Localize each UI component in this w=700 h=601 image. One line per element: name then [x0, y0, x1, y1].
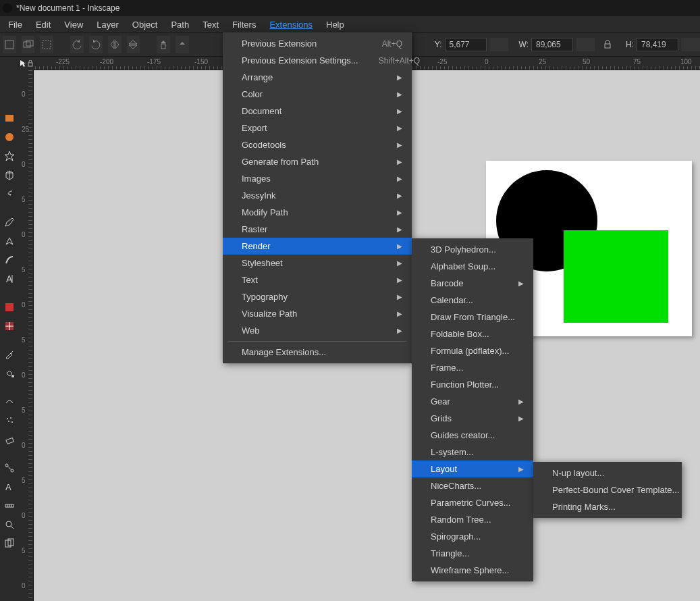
- ext-item-color[interactable]: Color▶: [223, 86, 412, 103]
- h-spinner[interactable]: [681, 38, 700, 51]
- raise-icon[interactable]: [176, 36, 189, 53]
- y-spinner[interactable]: [489, 38, 508, 51]
- w-input[interactable]: [531, 38, 573, 51]
- tool-text-icon[interactable]: A: [2, 271, 17, 286]
- tool-calligraphy-icon[interactable]: [2, 253, 17, 267]
- tool-pencil-icon[interactable]: [2, 215, 17, 230]
- tool-lpe-icon[interactable]: A: [2, 479, 17, 494]
- menu-path[interactable]: Path: [164, 18, 196, 32]
- render-item-nicecharts[interactable]: NiceCharts...: [412, 477, 533, 494]
- ext-item-generate-from-path[interactable]: Generate from Path▶: [223, 153, 412, 170]
- ext-item-render[interactable]: Render▶: [223, 238, 412, 255]
- ext-item-jessyink[interactable]: JessyInk▶: [223, 187, 412, 204]
- ext-item-modify-path[interactable]: Modify Path▶: [223, 204, 412, 221]
- render-item-layout[interactable]: Layout▶: [412, 461, 533, 477]
- ext-item-raster[interactable]: Raster▶: [223, 221, 412, 238]
- render-item-guides-creator[interactable]: Guides creator...: [412, 427, 533, 444]
- render-item-random-tree[interactable]: Random Tree...: [412, 511, 533, 528]
- tool-gradient-icon[interactable]: [2, 300, 17, 315]
- render-item-grids[interactable]: Grids▶: [412, 410, 533, 427]
- menu-help[interactable]: Help: [319, 18, 351, 32]
- menu-file[interactable]: File: [1, 18, 29, 32]
- tool-dropper-icon[interactable]: [2, 347, 17, 362]
- ext-item-arrange[interactable]: Arrange▶: [223, 69, 412, 86]
- w-spinner[interactable]: [576, 38, 595, 51]
- ext-item-export[interactable]: Export▶: [223, 120, 412, 136]
- rotate-cw-icon[interactable]: [89, 36, 103, 53]
- menu-item-shortcut: Shift+Alt+Q: [379, 56, 420, 66]
- tool-star-icon[interactable]: [2, 149, 17, 163]
- tool-eraser-icon[interactable]: [2, 432, 17, 447]
- menu-layer[interactable]: Layer: [90, 18, 126, 32]
- ext-item-document[interactable]: Document▶: [223, 103, 412, 120]
- ext-item-gcodetools[interactable]: Gcodetools▶: [223, 136, 412, 153]
- tool-tweak-icon[interactable]: [2, 394, 17, 409]
- layout-item-n-up-layout[interactable]: N-up layout...: [533, 465, 682, 481]
- tool-mesh-icon[interactable]: [2, 319, 17, 334]
- inkscape-logo-icon: [3, 3, 12, 13]
- raise-top-icon[interactable]: [157, 36, 170, 53]
- tool-spiral-icon[interactable]: [2, 186, 17, 201]
- tool-pen-icon[interactable]: [2, 234, 17, 249]
- ext-item-previous-extension[interactable]: Previous ExtensionAlt+Q: [223, 35, 412, 52]
- ext-item-text[interactable]: Text▶: [223, 271, 412, 288]
- menu-item-label: Guides creator...: [431, 430, 495, 440]
- rotate-ccw-icon[interactable]: [70, 36, 84, 53]
- layout-item-perfect-bound-cover-template[interactable]: Perfect-Bound Cover Template...: [533, 481, 682, 498]
- flip-h-icon[interactable]: [108, 36, 122, 53]
- render-item-draw-from-triangle[interactable]: Draw From Triangle...: [412, 309, 533, 325]
- svg-rect-0: [5, 41, 14, 49]
- ruler-v-tick: 5: [22, 196, 26, 203]
- selector-cursor-icon[interactable]: [19, 57, 26, 70]
- render-item-calendar[interactable]: Calendar...: [412, 292, 533, 309]
- tool-spray-icon[interactable]: [2, 413, 17, 428]
- tool-connector-icon[interactable]: [2, 461, 17, 475]
- ext-item-visualize-path[interactable]: Visualize Path▶: [223, 305, 412, 322]
- tool-measure-icon[interactable]: [2, 498, 17, 513]
- select-all-icon[interactable]: [3, 36, 16, 53]
- h-input[interactable]: [637, 38, 678, 51]
- render-item-formula-pdflatex[interactable]: Formula (pdflatex)...: [412, 342, 533, 359]
- menu-edit[interactable]: Edit: [29, 18, 57, 32]
- y-input[interactable]: [445, 38, 487, 51]
- tool-paintbucket-icon[interactable]: [2, 366, 17, 381]
- render-item-alphabet-soup[interactable]: Alphabet Soup...: [412, 258, 533, 275]
- menu-text[interactable]: Text: [196, 18, 225, 32]
- tool-3dbox-icon[interactable]: [2, 167, 17, 182]
- menu-extensions[interactable]: Extensions: [263, 18, 319, 32]
- render-item-wireframe-sphere[interactable]: Wireframe Sphere...: [412, 562, 533, 579]
- ext-item-typography[interactable]: Typography▶: [223, 288, 412, 305]
- deselect-icon[interactable]: [40, 36, 53, 53]
- y-label: Y:: [435, 40, 442, 49]
- tool-pages-icon[interactable]: [2, 536, 17, 551]
- menu-item-label: Modify Path: [242, 207, 288, 217]
- menu-object[interactable]: Object: [126, 18, 165, 32]
- layout-item-printing-marks[interactable]: Printing Marks...: [533, 498, 682, 515]
- render-item-3d-polyhedron[interactable]: 3D Polyhedron...: [412, 241, 533, 258]
- ruler-lock-icon[interactable]: [26, 57, 34, 70]
- menu-filters[interactable]: Filters: [225, 18, 263, 32]
- render-item-barcode[interactable]: Barcode▶: [412, 275, 533, 292]
- render-item-l-system[interactable]: L-system...: [412, 444, 533, 461]
- select-layers-icon[interactable]: [22, 36, 35, 53]
- tool-circle-icon[interactable]: [2, 130, 17, 145]
- ext-item-manage-extensions[interactable]: Manage Extensions...: [223, 344, 412, 361]
- ext-item-stylesheet[interactable]: Stylesheet▶: [223, 255, 412, 271]
- render-item-function-plotter[interactable]: Function Plotter...: [412, 376, 533, 393]
- menu-item-label: Gear: [431, 396, 450, 407]
- render-item-frame[interactable]: Frame...: [412, 359, 533, 376]
- ext-item-web[interactable]: Web▶: [223, 322, 412, 339]
- ext-item-images[interactable]: Images▶: [223, 170, 412, 187]
- render-item-spirograph[interactable]: Spirograph...: [412, 528, 533, 545]
- menu-view[interactable]: View: [57, 18, 90, 32]
- tool-rectangle-icon[interactable]: [2, 111, 17, 126]
- tool-zoom-icon[interactable]: [2, 517, 17, 532]
- render-item-foldable-box[interactable]: Foldable Box...: [412, 325, 533, 342]
- render-item-gear[interactable]: Gear▶: [412, 393, 533, 410]
- render-item-parametric-curves[interactable]: Parametric Curves...: [412, 494, 533, 511]
- flip-v-icon[interactable]: [127, 36, 140, 53]
- render-item-triangle[interactable]: Triangle...: [412, 545, 533, 562]
- ext-item-previous-extension-settings[interactable]: Previous Extension Settings...Shift+Alt+…: [223, 52, 412, 69]
- green-rectangle-shape[interactable]: [564, 230, 668, 323]
- lock-icon[interactable]: [600, 40, 615, 49]
